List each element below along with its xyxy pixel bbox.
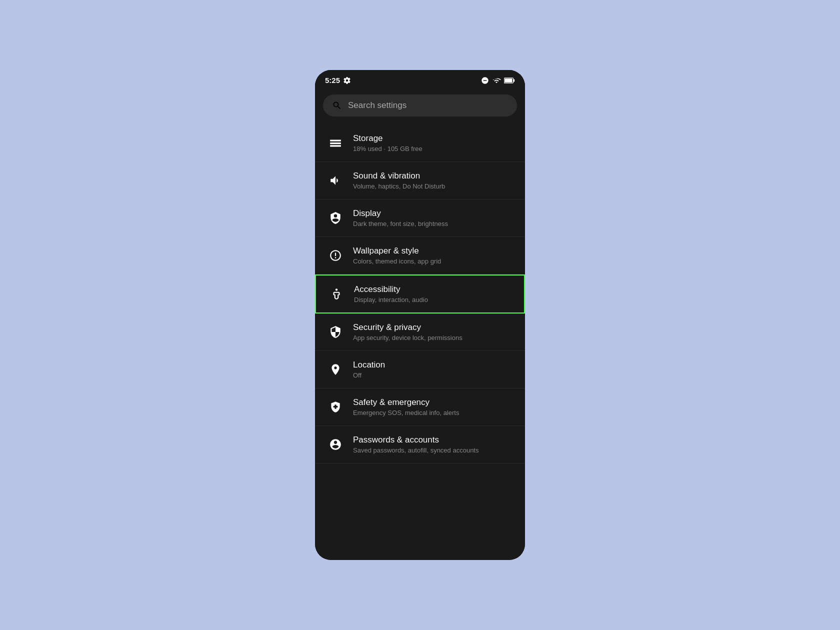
settings-item-sound[interactable]: Sound & vibration Volume, haptics, Do No…: [315, 162, 525, 200]
settings-item-safety[interactable]: Safety & emergency Emergency SOS, medica…: [315, 388, 525, 426]
passwords-icon: [325, 434, 346, 455]
settings-item-passwords[interactable]: Passwords & accounts Saved passwords, au…: [315, 426, 525, 464]
safety-title: Safety & emergency: [353, 397, 515, 408]
status-bar: 5:25: [315, 70, 525, 88]
wallpaper-title: Wallpaper & style: [353, 246, 515, 256]
display-title: Display: [353, 208, 515, 219]
settings-item-accessibility[interactable]: Accessibility Display, interaction, audi…: [315, 274, 525, 314]
settings-list: Storage 18% used · 105 GB free Sound & v…: [315, 124, 525, 560]
passwords-subtitle: Saved passwords, autofill, synced accoun…: [353, 446, 515, 455]
storage-subtitle: 18% used · 105 GB free: [353, 145, 515, 154]
time-display: 5:25: [325, 76, 340, 84]
phone-screen: 5:25 Searc: [315, 70, 525, 560]
sound-item-text: Sound & vibration Volume, haptics, Do No…: [353, 170, 515, 191]
wallpaper-item-text: Wallpaper & style Colors, themed icons, …: [353, 246, 515, 266]
svg-rect-2: [504, 78, 512, 82]
settings-item-storage[interactable]: Storage 18% used · 105 GB free: [315, 124, 525, 162]
passwords-title: Passwords & accounts: [353, 434, 515, 446]
wallpaper-subtitle: Colors, themed icons, app grid: [353, 258, 515, 266]
search-bar[interactable]: Search settings: [323, 94, 517, 116]
settings-item-security[interactable]: Security & privacy App security, device …: [315, 314, 525, 351]
location-icon: [325, 359, 346, 380]
accessibility-subtitle: Display, interaction, audio: [354, 296, 514, 304]
settings-item-wallpaper[interactable]: Wallpaper & style Colors, themed icons, …: [315, 237, 525, 274]
sound-icon: [325, 170, 346, 191]
storage-icon: [325, 132, 346, 154]
security-item-text: Security & privacy App security, device …: [353, 322, 515, 342]
location-item-text: Location Off: [353, 360, 515, 380]
settings-item-display[interactable]: Display Dark theme, font size, brightnes…: [315, 200, 525, 237]
search-input-placeholder: Search settings: [348, 100, 406, 110]
safety-icon: [325, 396, 346, 418]
passwords-item-text: Passwords & accounts Saved passwords, au…: [353, 434, 515, 455]
status-left: 5:25: [325, 76, 351, 84]
security-title: Security & privacy: [353, 322, 515, 333]
wallpaper-icon: [325, 245, 346, 266]
svg-rect-1: [514, 79, 514, 82]
wifi-icon: [492, 76, 501, 84]
search-icon: [332, 100, 342, 110]
settings-gear-icon: [343, 76, 351, 84]
battery-icon: [504, 77, 515, 84]
sound-subtitle: Volume, haptics, Do Not Disturb: [353, 182, 515, 191]
security-subtitle: App security, device lock, permissions: [353, 334, 515, 342]
safety-subtitle: Emergency SOS, medical info, alerts: [353, 409, 515, 418]
settings-item-location[interactable]: Location Off: [315, 351, 525, 388]
location-title: Location: [353, 360, 515, 370]
location-subtitle: Off: [353, 372, 515, 380]
accessibility-item-text: Accessibility Display, interaction, audi…: [354, 284, 514, 304]
sound-title: Sound & vibration: [353, 170, 515, 182]
display-subtitle: Dark theme, font size, brightness: [353, 220, 515, 228]
accessibility-title: Accessibility: [354, 284, 514, 295]
search-bar-container: Search settings: [315, 88, 525, 124]
storage-item-text: Storage 18% used · 105 GB free: [353, 133, 515, 154]
security-icon: [325, 322, 346, 342]
safety-item-text: Safety & emergency Emergency SOS, medica…: [353, 397, 515, 418]
storage-title: Storage: [353, 133, 515, 144]
status-right: [481, 76, 515, 84]
do-not-disturb-icon: [481, 76, 489, 84]
display-item-text: Display Dark theme, font size, brightnes…: [353, 208, 515, 228]
accessibility-icon: [326, 284, 347, 304]
display-icon: [325, 208, 346, 228]
svg-point-3: [336, 288, 338, 290]
